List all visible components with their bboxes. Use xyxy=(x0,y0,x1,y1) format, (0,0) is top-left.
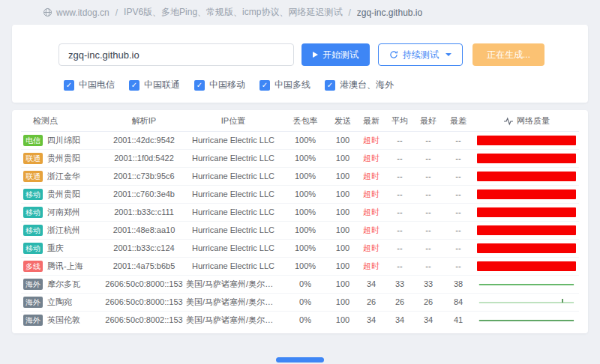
sent-cell: 100 xyxy=(328,257,357,275)
carrier-checkbox-1[interactable]: ✓中国联通 xyxy=(129,79,180,91)
scrollbar-thumb[interactable] xyxy=(276,357,324,363)
quality-cell xyxy=(474,185,579,203)
checkbox-label: 港澳台、海外 xyxy=(340,79,394,91)
ip-location-cell: Hurricane Electric LLC xyxy=(184,257,282,275)
test-form-row: 开始测试 持续测试 正在生成... xyxy=(58,43,544,66)
carrier-badge: 电信 xyxy=(23,135,43,146)
quality-cell xyxy=(474,131,579,149)
carrier-checkbox-0[interactable]: ✓中国电信 xyxy=(64,79,115,91)
latest-value: 超时 xyxy=(363,136,380,145)
resolved-ip-cell: 2001::c73b:95c6 xyxy=(104,167,184,185)
node-cell: 移动浙江杭州 xyxy=(21,221,104,239)
carrier-badge: 联通 xyxy=(23,153,43,164)
start-test-label: 开始测试 xyxy=(322,50,358,59)
node-location: 贵州贵阳 xyxy=(47,154,80,163)
latency-sparkline xyxy=(476,315,578,325)
worst-cell: 41 xyxy=(442,311,474,329)
packet-loss-bar xyxy=(477,243,576,253)
quality-cell xyxy=(474,149,579,167)
continuous-test-button[interactable]: 持续测试 xyxy=(378,43,463,66)
latest-value: 超时 xyxy=(363,225,380,234)
host-input[interactable] xyxy=(58,43,294,66)
latest-value: 超时 xyxy=(363,154,380,163)
resolved-ip-cell: 2606:50c0:8002::153 xyxy=(104,311,184,329)
carrier-checkbox-4[interactable]: ✓港澳台、海外 xyxy=(325,79,394,91)
carrier-badge: 海外 xyxy=(23,297,43,308)
table-row: 多线腾讯-上海2001::4a75:b6b5Hurricane Electric… xyxy=(21,257,579,275)
table-header-row: 检测点解析IPIP位置丢包率发送最新平均最好最差网络质量 xyxy=(21,112,579,131)
packet-loss-bar xyxy=(477,136,576,145)
breadcrumb-target-link[interactable]: zgq-inc.github.io xyxy=(357,7,422,18)
table-row: 海外英国伦敦2606:50c0:8002::153美国/马萨诸塞州/奥尔斯顿/F… xyxy=(21,311,579,329)
worst-cell: 38 xyxy=(442,275,474,293)
loss-rate-cell: 0% xyxy=(282,275,328,293)
table-row: 移动浙江杭州2001::48e8:aa10Hurricane Electric … xyxy=(21,221,579,239)
ip-location-cell: Hurricane Electric LLC xyxy=(184,221,282,239)
latest-cell: 超时 xyxy=(357,131,386,149)
sent-cell: 100 xyxy=(328,275,357,293)
latency-sparkline xyxy=(476,279,578,289)
carrier-badge: 移动 xyxy=(23,225,43,236)
sent-cell: 100 xyxy=(328,221,357,239)
column-header-0: 检测点 xyxy=(21,112,104,131)
carrier-badge: 海外 xyxy=(23,279,43,290)
checkbox-checked-icon: ✓ xyxy=(64,80,74,91)
globe-icon xyxy=(43,7,52,17)
quality-cell xyxy=(474,257,579,275)
latest-value: 超时 xyxy=(363,261,380,270)
column-header-8: 最差 xyxy=(442,112,474,131)
latest-cell: 34 xyxy=(357,275,386,293)
carrier-checkbox-3[interactable]: ✓中国多线 xyxy=(260,79,310,91)
packet-loss-bar xyxy=(477,154,576,163)
sent-cell: 100 xyxy=(328,203,357,221)
best-cell: -- xyxy=(414,239,442,257)
sent-cell: 100 xyxy=(328,239,357,257)
generating-button[interactable]: 正在生成... xyxy=(472,43,544,66)
checkbox-checked-icon: ✓ xyxy=(194,80,205,91)
column-header-4: 发送 xyxy=(328,112,357,131)
worst-cell: -- xyxy=(442,221,474,239)
ping-results-table: 检测点解析IPIP位置丢包率发送最新平均最好最差网络质量 电信四川绵阳2001:… xyxy=(21,112,579,329)
generating-label: 正在生成... xyxy=(487,50,530,59)
packet-loss-bar xyxy=(477,172,576,181)
packet-loss-bar xyxy=(477,207,576,217)
node-location: 立陶宛 xyxy=(47,297,72,306)
carrier-checkbox-2[interactable]: ✓中国移动 xyxy=(194,79,245,91)
latest-value: 34 xyxy=(367,315,376,324)
latest-value: 34 xyxy=(367,279,376,288)
table-row: 联通浙江金华2001::c73b:95c6Hurricane Electric … xyxy=(21,167,579,185)
avg-cell: 26 xyxy=(386,293,414,311)
loss-rate-cell: 100% xyxy=(282,203,328,221)
node-location: 重庆 xyxy=(47,243,64,252)
packet-loss-bar xyxy=(477,225,576,235)
breadcrumb-site-link[interactable]: www.itdog.cn xyxy=(56,7,110,18)
node-location: 河南郑州 xyxy=(47,207,80,216)
avg-cell: 33 xyxy=(386,275,414,293)
checkbox-label: 中国电信 xyxy=(79,79,115,91)
loss-rate-cell: 100% xyxy=(282,167,328,185)
carrier-badge: 海外 xyxy=(23,315,43,326)
table-row: 电信四川绵阳2001::42dc:9542Hurricane Electric … xyxy=(21,131,579,149)
node-location: 英国伦敦 xyxy=(47,315,80,324)
node-cell: 移动重庆 xyxy=(21,239,104,257)
node-cell: 移动贵州贵阳 xyxy=(21,185,104,203)
quality-cell xyxy=(474,221,579,239)
node-cell: 海外摩尔多瓦 xyxy=(21,275,104,293)
ip-location-cell: Hurricane Electric LLC xyxy=(184,203,282,221)
ip-location-cell: 美国/马萨诸塞州/奥尔斯顿/Fastly, Inc. xyxy=(184,293,282,311)
loss-rate-cell: 100% xyxy=(282,131,328,149)
start-test-button[interactable]: 开始测试 xyxy=(302,43,370,66)
latest-cell: 超时 xyxy=(357,221,386,239)
breadcrumb-separator: / xyxy=(348,7,350,18)
column-header-7: 最好 xyxy=(414,112,442,131)
latest-value: 26 xyxy=(367,297,376,306)
play-icon xyxy=(313,52,318,58)
resolved-ip-cell: 2001::42dc:9542 xyxy=(104,131,184,149)
node-cell: 联通浙江金华 xyxy=(21,167,104,185)
node-location: 摩尔多瓦 xyxy=(47,279,80,288)
continuous-test-label: 持续测试 xyxy=(403,50,439,59)
test-form-card: 开始测试 持续测试 正在生成... ✓中国电信✓中国联通✓中国移动✓中国多线✓港… xyxy=(12,25,588,103)
sent-cell: 100 xyxy=(328,167,357,185)
best-cell: 34 xyxy=(414,311,442,329)
results-table-card: 检测点解析IPIP位置丢包率发送最新平均最好最差网络质量 电信四川绵阳2001:… xyxy=(12,110,588,333)
